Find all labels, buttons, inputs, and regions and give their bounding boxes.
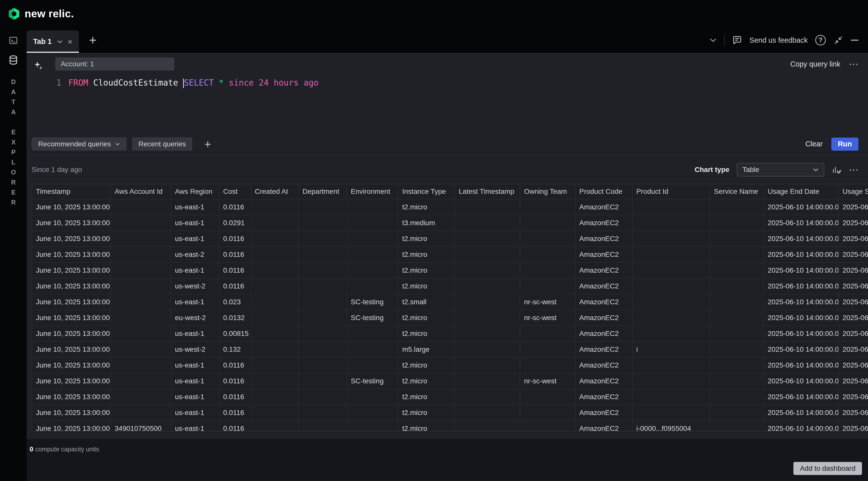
- column-header[interactable]: Owning Team: [520, 184, 575, 199]
- table-cell: 2025-06-10 13:00:00.0: [838, 389, 868, 405]
- table-cell: [455, 231, 520, 247]
- column-header[interactable]: Cost: [219, 184, 251, 199]
- table-cell: [455, 294, 520, 310]
- table-cell: nr-sc-west: [520, 373, 575, 389]
- table-cell: [520, 247, 575, 262]
- chevron-down-icon: [813, 168, 819, 171]
- column-header[interactable]: Usage Start Date: [838, 184, 868, 199]
- table-cell: [111, 294, 171, 310]
- table-cell: [251, 405, 299, 420]
- table-cell: AmazonEC2: [575, 405, 632, 420]
- table-cell: [710, 373, 764, 389]
- table-cell: [111, 199, 171, 215]
- feedback-icon[interactable]: [733, 35, 742, 45]
- table-cell: [520, 199, 575, 215]
- column-header[interactable]: Product Id: [632, 184, 710, 199]
- minimize-icon[interactable]: [851, 40, 859, 41]
- table-cell: 0.0116: [219, 373, 251, 389]
- column-header[interactable]: Created At: [251, 184, 299, 199]
- query-overflow-menu-icon[interactable]: ⋯: [849, 59, 859, 69]
- column-header[interactable]: Environment: [347, 184, 398, 199]
- table-cell: [111, 326, 171, 342]
- tab-close-icon[interactable]: ×: [68, 38, 72, 46]
- column-header[interactable]: Aws Region: [171, 184, 219, 199]
- copy-query-link[interactable]: Copy query link: [790, 60, 840, 68]
- chart-type-select[interactable]: Table: [737, 163, 824, 177]
- table-cell: 2025-06-10 14:00:00.0: [764, 231, 838, 247]
- collapse-icon[interactable]: [833, 35, 843, 45]
- table-cell: 0.0132: [219, 310, 251, 326]
- column-header[interactable]: Usage End Date: [764, 184, 838, 199]
- table-cell: [299, 262, 347, 278]
- table-cell: us-east-1: [171, 420, 219, 431]
- table-cell: June 10, 2025 13:00:00: [32, 342, 111, 357]
- database-icon[interactable]: [3, 50, 23, 70]
- chevron-down-icon[interactable]: [709, 38, 717, 42]
- column-header[interactable]: Latest Timestamp: [455, 184, 520, 199]
- table-cell: [299, 420, 347, 431]
- column-header[interactable]: Aws Account Id: [111, 184, 171, 199]
- help-icon[interactable]: ?: [815, 35, 826, 45]
- results-table-viewport[interactable]: TimestampAws Account IdAws RegionCostCre…: [32, 184, 868, 431]
- table-cell: t2.micro: [398, 389, 455, 405]
- table-cell: 0.0116: [219, 357, 251, 373]
- feedback-label[interactable]: Send us feedback: [749, 36, 808, 44]
- table-cell: [710, 342, 764, 357]
- table-cell: 2025-06-10 13:00:00.0: [838, 199, 868, 215]
- table-cell: [520, 215, 575, 231]
- query-token: CloudCostEstimate: [88, 78, 183, 88]
- column-header[interactable]: Service Name: [710, 184, 764, 199]
- add-query-icon[interactable]: +: [205, 138, 211, 150]
- table-cell: AmazonEC2: [575, 278, 632, 294]
- table-cell: [299, 310, 347, 326]
- table-cell: [632, 326, 710, 342]
- column-header[interactable]: Timestamp: [32, 184, 111, 199]
- column-header[interactable]: Department: [299, 184, 347, 199]
- new-relic-logo[interactable]: new relic.: [7, 7, 74, 20]
- run-button[interactable]: Run: [831, 137, 859, 151]
- table-cell: SC-testing: [347, 373, 398, 389]
- table-cell: [347, 199, 398, 215]
- table-cell: [632, 357, 710, 373]
- table-cell: [632, 310, 710, 326]
- table-cell: us-east-2: [171, 247, 219, 262]
- table-cell: 0.132: [219, 342, 251, 357]
- tab-chevron-down-icon[interactable]: [57, 40, 63, 43]
- table-cell: SC-testing: [347, 294, 398, 310]
- table-cell: [632, 215, 710, 231]
- table-cell: [299, 294, 347, 310]
- results-table: TimestampAws Account IdAws RegionCostCre…: [32, 184, 868, 431]
- edit-chart-icon[interactable]: [832, 165, 841, 174]
- table-cell: [455, 278, 520, 294]
- table-cell: SC-testing: [347, 310, 398, 326]
- query-code[interactable]: FROM CloudCostEstimate SELECT * since 24…: [68, 77, 318, 89]
- account-selector[interactable]: Account: 1: [55, 58, 174, 70]
- column-header[interactable]: Product Code: [575, 184, 632, 199]
- clear-button[interactable]: Clear: [805, 140, 823, 148]
- new-tab-button[interactable]: +: [89, 34, 96, 47]
- query-editor: Account: 1 Copy query link ⋯ 1FROM Cloud…: [27, 53, 868, 133]
- ai-sparkle-icon[interactable]: [31, 59, 45, 73]
- tab-1[interactable]: Tab 1 ×: [27, 30, 79, 53]
- recommended-queries-button[interactable]: Recommended queries: [32, 137, 127, 151]
- results-overflow-menu-icon[interactable]: ⋯: [849, 165, 859, 174]
- table-row: June 10, 2025 13:00:00us-east-10.023SC-t…: [32, 294, 868, 310]
- table-cell: [710, 262, 764, 278]
- table-cell: 2025-06-10 13:00:00.0: [838, 231, 868, 247]
- recent-queries-button[interactable]: Recent queries: [132, 137, 192, 151]
- query-code-line[interactable]: 1FROM CloudCostEstimate SELECT * since 2…: [50, 77, 868, 89]
- table-row: June 10, 2025 13:00:00eu-west-20.0132SC-…: [32, 310, 868, 326]
- table-row: June 10, 2025 13:00:00us-east-20.0116t2.…: [32, 247, 868, 262]
- table-cell: 2025-06-10 14:00:00.0: [764, 247, 838, 262]
- table-cell: [251, 373, 299, 389]
- table-cell: m5.large: [398, 342, 455, 357]
- table-cell: June 10, 2025 13:00:00: [32, 278, 111, 294]
- column-header[interactable]: Instance Type: [398, 184, 455, 199]
- table-cell: 0.00815: [219, 326, 251, 342]
- tab-strip: Tab 1 × + Send us feedback ?: [27, 28, 868, 53]
- table-cell: [710, 310, 764, 326]
- query-console-icon[interactable]: [3, 31, 23, 50]
- left-rail: DATA EXPLORER: [0, 28, 27, 481]
- add-to-dashboard-button[interactable]: Add to dashboard: [794, 462, 862, 475]
- table-cell: 2025-06-10 13:00:00.0: [838, 373, 868, 389]
